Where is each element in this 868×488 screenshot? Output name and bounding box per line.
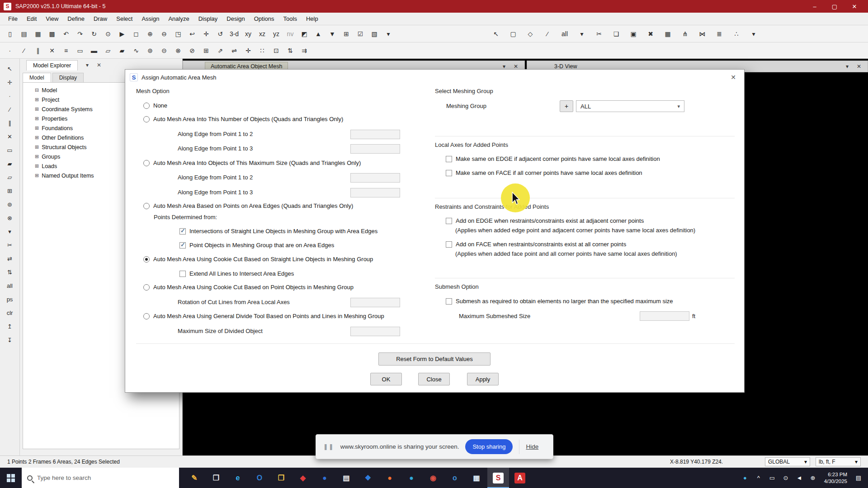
- delete-icon[interactable]: ✖: [645, 28, 656, 39]
- print-icon[interactable]: ▩: [47, 28, 57, 39]
- refresh-window-icon[interactable]: ↻: [89, 28, 99, 39]
- merge-points-icon[interactable]: ⋈: [697, 28, 708, 39]
- radio-cookie-cut-lines-control[interactable]: [143, 256, 150, 263]
- edge12a-field[interactable]: [350, 130, 400, 139]
- view-3d-button[interactable]: 3-d: [229, 28, 240, 39]
- menu-item[interactable]: Help: [302, 13, 323, 24]
- tool-dropdown[interactable]: ▾: [5, 226, 15, 237]
- tray-volume-icon[interactable]: ◄: [793, 468, 806, 488]
- coordinate-system-select[interactable]: GLOBAL ▾: [765, 457, 810, 466]
- menu-item[interactable]: Display: [194, 13, 222, 24]
- acrobat-reader[interactable]: A: [509, 468, 531, 488]
- view-yz-button[interactable]: yz: [271, 28, 282, 39]
- lock-model-icon[interactable]: ⊙: [103, 28, 113, 39]
- task-view[interactable]: ❐: [205, 468, 227, 488]
- edit-grid-icon[interactable]: ⊡: [271, 45, 282, 56]
- menu-item[interactable]: Analyze: [164, 13, 193, 24]
- divided-size-field[interactable]: [350, 327, 400, 336]
- calculator-app[interactable]: ▦: [466, 468, 487, 488]
- redo-icon[interactable]: ↷: [75, 28, 85, 39]
- radio-none-control[interactable]: [143, 103, 150, 109]
- swap-tool-icon[interactable]: ⇄: [5, 253, 15, 264]
- checkbox-submesh-control[interactable]: [446, 298, 452, 305]
- radio-number-of-objects[interactable]: Auto Mesh Area Into This Number of Objec…: [143, 116, 343, 122]
- mirror-icon[interactable]: ⇌: [229, 45, 240, 56]
- tray-mic-icon[interactable]: ⊙: [779, 468, 793, 488]
- checkbox-extend-lines[interactable]: Extend All Lines to Intersect Area Edges: [179, 270, 294, 277]
- rotate-view-icon[interactable]: ↺: [215, 28, 226, 39]
- draw-special-joint-icon[interactable]: ∙: [5, 45, 15, 56]
- edge13b-field[interactable]: [350, 188, 400, 197]
- draw-quick-area-icon[interactable]: ▱: [103, 45, 113, 56]
- menu-item[interactable]: Design: [222, 13, 249, 24]
- outlook-mail[interactable]: O: [249, 468, 270, 488]
- assign-frame-icon[interactable]: ≣: [714, 28, 725, 39]
- tree-expander-icon[interactable]: ⊞: [35, 154, 39, 160]
- run-analysis-icon[interactable]: ▶: [117, 28, 127, 39]
- divide-frames-icon[interactable]: ⋔: [679, 28, 690, 39]
- draw-area-tool-icon[interactable]: ▭: [5, 145, 15, 155]
- dialog-close-icon[interactable]: ✕: [731, 74, 736, 81]
- menu-item[interactable]: File: [4, 13, 22, 24]
- tree-expander-icon[interactable]: ⊞: [35, 163, 39, 169]
- scroll-up-icon[interactable]: ↥: [5, 321, 15, 332]
- units-select[interactable]: lb, ft, F ▾: [816, 457, 861, 466]
- checkbox-submesh[interactable]: Submesh as required to obtain elements n…: [446, 298, 673, 305]
- snap-options-icon[interactable]: ∴: [731, 28, 742, 39]
- section-cut-tool-icon[interactable]: ✂: [5, 239, 15, 250]
- checkbox-restraints-edge-control[interactable]: [446, 218, 452, 224]
- draw-area-icon[interactable]: ▭: [75, 45, 85, 56]
- draw-rectangular-area-icon[interactable]: ▬: [89, 45, 99, 56]
- stop-sharing-button[interactable]: Stop sharing: [465, 439, 513, 454]
- radio-none[interactable]: None: [143, 102, 167, 109]
- tree-expander-icon[interactable]: ⊞: [35, 97, 39, 103]
- cut-icon[interactable]: ✂: [594, 28, 604, 39]
- ps-label-icon[interactable]: ps: [5, 294, 15, 305]
- sap2000-app[interactable]: S: [487, 468, 509, 488]
- draw-wall-tool-icon[interactable]: ⊞: [5, 185, 15, 196]
- select-all-button[interactable]: all: [559, 28, 570, 39]
- more-display-dropdown[interactable]: ▾: [383, 28, 394, 39]
- select-window-icon[interactable]: ▢: [508, 28, 519, 39]
- snap-to-intersections-icon[interactable]: ⊗: [173, 45, 184, 56]
- radio-max-size[interactable]: Auto Mesh Area Into Objects of This Maxi…: [143, 160, 361, 166]
- view-xz-button[interactable]: xz: [257, 28, 268, 39]
- tab-model[interactable]: Model: [23, 73, 51, 82]
- checkbox-intersections-control[interactable]: [179, 228, 186, 235]
- interactive-database-icon[interactable]: ▦: [662, 28, 673, 39]
- action-center-icon[interactable]: ▤: [852, 468, 865, 488]
- tab-display[interactable]: Display: [52, 73, 84, 82]
- view-nv-button[interactable]: nv: [285, 28, 296, 39]
- edge13a-field[interactable]: [350, 144, 400, 154]
- checkbox-restraints-face[interactable]: Add on FACE when restraints/constraints …: [446, 241, 626, 248]
- close-dialog-button[interactable]: Close: [418, 373, 450, 385]
- submesh-max-field[interactable]: [640, 311, 689, 321]
- window-dropdown-icon[interactable]: ▾: [846, 63, 849, 70]
- menu-item[interactable]: Tools: [279, 13, 302, 24]
- tree-expander-icon[interactable]: ⊞: [35, 144, 39, 150]
- checkbox-axes-edge[interactable]: Make same on EDGE if adjacent corner poi…: [446, 155, 660, 162]
- snap-to-midpoints-icon[interactable]: ⊝: [159, 45, 170, 56]
- draw-quick-frame-tool-icon[interactable]: ∥: [5, 117, 15, 128]
- tree-expander-icon[interactable]: ⊞: [35, 116, 39, 122]
- menu-item[interactable]: Edit: [22, 13, 41, 24]
- checkbox-axes-edge-control[interactable]: [446, 156, 452, 162]
- updown-tool-icon[interactable]: ⇅: [5, 267, 15, 277]
- tree-expander-icon[interactable]: ⊞: [35, 135, 39, 141]
- radio-max-size-control[interactable]: [143, 160, 150, 166]
- new-model-icon[interactable]: ▯: [5, 28, 15, 39]
- rotation-field[interactable]: [350, 298, 400, 307]
- edge12b-field[interactable]: [350, 173, 400, 183]
- set-display-options-icon[interactable]: ▧: [369, 28, 380, 39]
- select-poly-icon[interactable]: ◇: [525, 28, 536, 39]
- radio-cookie-cut-lines[interactable]: Auto Mesh Area Using Cookie Cut Based on…: [143, 256, 373, 263]
- reset-defaults-button[interactable]: Reset Form to Default Values: [378, 352, 491, 366]
- view-xy-button[interactable]: xy: [243, 28, 254, 39]
- window-dropdown-icon[interactable]: ▾: [503, 63, 505, 70]
- checkbox-restraints-face-control[interactable]: [446, 241, 452, 248]
- close-button[interactable]: ✕: [844, 3, 864, 10]
- snap-to-grid-icon[interactable]: ⊞: [201, 45, 212, 56]
- radio-cookie-cut-points-control[interactable]: [143, 284, 150, 291]
- zoom-in-icon[interactable]: ⊕: [145, 28, 156, 39]
- draw-quick-area-tool-icon[interactable]: ▱: [5, 172, 15, 183]
